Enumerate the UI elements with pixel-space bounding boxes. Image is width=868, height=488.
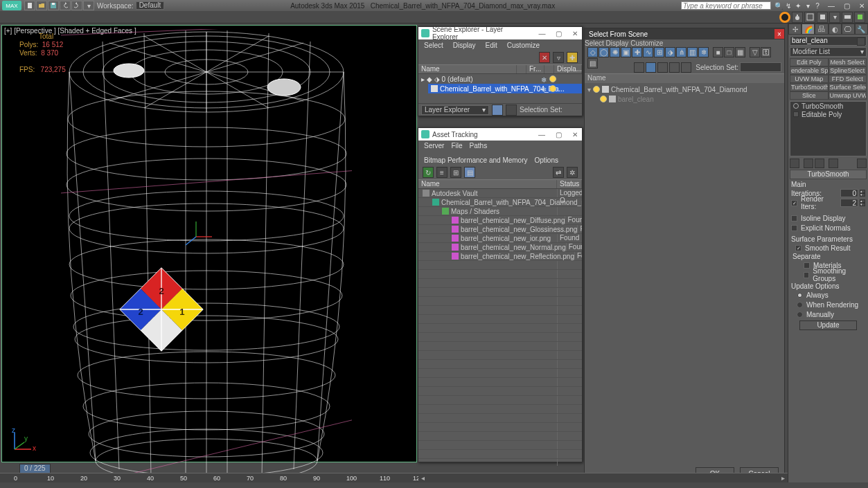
none-icon[interactable]: □: [724, 47, 734, 57]
update-button[interactable]: Update: [799, 320, 857, 330]
modifier-mesh-select[interactable]: Mesh Select: [829, 58, 867, 66]
iterations-input[interactable]: 0: [840, 189, 858, 197]
layer-row[interactable]: Chemical_Barrel_with_NFPA_704_Dia...: [428, 84, 582, 93]
asset-row[interactable]: [418, 414, 582, 423]
invert-icon[interactable]: ▦: [735, 47, 745, 57]
ring-icon[interactable]: [779, 12, 790, 23]
maximize-icon[interactable]: ▢: [551, 129, 565, 140]
sel-a-icon[interactable]: [634, 62, 644, 73]
asset-row[interactable]: [418, 369, 582, 378]
asset-row[interactable]: [418, 396, 582, 405]
workspace-dropdown[interactable]: Default: [136, 1, 165, 10]
asset-row[interactable]: [418, 360, 582, 369]
asset-row[interactable]: Chemical_Barrel_with_NFPA_704_Diamond_m.…: [418, 198, 582, 207]
filter-bone-icon[interactable]: ⋔: [676, 47, 687, 57]
filter-container-icon[interactable]: ▥: [687, 47, 698, 57]
help-icon[interactable]: ?: [813, 1, 822, 10]
sel-d-icon[interactable]: [669, 62, 680, 73]
filter-geom-icon[interactable]: ◇: [587, 47, 598, 57]
webpanel-icon[interactable]: [854, 12, 865, 23]
explicit-normals-checkbox[interactable]: [791, 225, 797, 231]
modifier-edit-poly[interactable]: Edit Poly: [790, 58, 829, 66]
new-file-icon[interactable]: [24, 1, 35, 10]
layer-explorer-menu[interactable]: Select Display Edit Customize: [418, 39, 582, 51]
project-folder-icon[interactable]: ▾: [83, 1, 94, 10]
redo-icon[interactable]: [71, 1, 82, 10]
render-setup-icon[interactable]: [817, 12, 828, 23]
asset-tracking-titlebar[interactable]: Asset Tracking — ▢ ✕: [418, 128, 582, 141]
toggle-a[interactable]: [492, 105, 503, 116]
asset-row[interactable]: [418, 387, 582, 396]
connect-icon[interactable]: ↯: [783, 1, 793, 10]
timeline-track[interactable]: 010203040506070809010011012: [0, 473, 418, 482]
remove-icon[interactable]: [829, 159, 838, 168]
asset-row[interactable]: [418, 450, 582, 459]
asset-row[interactable]: [418, 405, 582, 414]
modifier-slice[interactable]: Slice: [790, 91, 829, 100]
modifier-list-dropdown[interactable]: Modifier List▾: [790, 47, 867, 57]
asset-row[interactable]: [418, 297, 582, 306]
visibility-icon[interactable]: [549, 75, 556, 82]
materials-checkbox[interactable]: [804, 262, 810, 269]
frame-tag[interactable]: 0 / 225: [19, 464, 51, 473]
modifier-splineselect[interactable]: SplineSelect: [829, 66, 867, 75]
tree-row[interactable]: barel_clean: [600, 94, 781, 104]
spinner-icon[interactable]: ▴▾: [860, 190, 865, 197]
selection-set-dropdown[interactable]: [740, 62, 781, 72]
modifier-enderable-spl[interactable]: enderable Spl: [790, 66, 829, 75]
close-icon[interactable]: ✕: [568, 129, 582, 140]
filter-camera-icon[interactable]: ▣: [621, 47, 631, 57]
asset-row[interactable]: [418, 432, 582, 441]
display-tab-icon[interactable]: 🖵: [842, 24, 855, 35]
modifier-uvw-map[interactable]: UVW Map: [790, 75, 829, 83]
signin-icon[interactable]: ▾: [803, 1, 813, 10]
open-file-icon[interactable]: [36, 1, 47, 10]
unique-icon[interactable]: [815, 159, 824, 168]
asset-row[interactable]: [418, 351, 582, 360]
asset-row[interactable]: [418, 333, 582, 342]
filter-space-icon[interactable]: ∿: [643, 47, 653, 57]
filter-icon[interactable]: ▿: [553, 52, 564, 63]
asset-row[interactable]: barrel_chemical_new_Diffuse.pngFound: [418, 216, 582, 225]
modifier-ffd-select[interactable]: FFD Select: [829, 75, 867, 83]
asset-row[interactable]: [418, 324, 582, 333]
configure-icon[interactable]: [857, 159, 867, 168]
show-end-icon[interactable]: [804, 159, 813, 168]
tree-icon[interactable]: ⊞: [450, 167, 461, 178]
teapot-icon[interactable]: [792, 12, 803, 23]
minimize-button[interactable]: —: [825, 1, 838, 10]
refresh-icon[interactable]: ↻: [423, 167, 434, 178]
asset-row[interactable]: Autodesk VaultLogged O: [418, 189, 582, 198]
object-name-field[interactable]: barel_clean: [790, 36, 867, 46]
close-button[interactable]: ✕: [856, 1, 868, 10]
visibility-icon[interactable]: [549, 85, 556, 92]
modify-tab-icon[interactable]: 🌈: [801, 24, 815, 35]
maximize-icon[interactable]: ▢: [551, 28, 565, 39]
options-icon[interactable]: ⇄: [553, 167, 564, 178]
asset-row[interactable]: [418, 342, 582, 351]
render-frame-icon[interactable]: ▾: [829, 12, 840, 23]
spinner-icon[interactable]: ▴▾: [860, 199, 865, 206]
isoline-checkbox[interactable]: [791, 215, 797, 222]
highlight-icon[interactable]: ▤: [464, 167, 475, 178]
smgroups-checkbox[interactable]: [804, 272, 809, 278]
new-layer-icon[interactable]: ✚: [567, 52, 578, 63]
always-radio[interactable]: [797, 292, 803, 298]
asset-row[interactable]: [418, 288, 582, 297]
filter-group-icon[interactable]: ⊞: [654, 47, 664, 57]
asset-row[interactable]: barrel_chemical_new_Normal.pngFound: [418, 243, 582, 252]
hierarchy-tab-icon[interactable]: 品: [815, 24, 828, 35]
toggle-icon[interactable]: [793, 103, 799, 109]
close-icon[interactable]: ×: [774, 29, 784, 39]
asset-row[interactable]: [418, 261, 582, 270]
freeze-icon[interactable]: ❄: [541, 86, 547, 92]
visibility-icon[interactable]: [593, 86, 600, 93]
modifier-unwrap-uvw[interactable]: Unwrap UVW: [829, 91, 867, 100]
asset-row[interactable]: [418, 306, 582, 315]
explorer-mode-dropdown[interactable]: Layer Explorer▾: [421, 105, 489, 115]
pin-stack-icon[interactable]: [790, 159, 799, 168]
help-search-input[interactable]: [681, 1, 771, 10]
modifier-surface-select[interactable]: Surface Select: [829, 83, 867, 91]
delete-icon[interactable]: ✕: [539, 52, 550, 63]
render-iters-checkbox[interactable]: ✓: [791, 200, 797, 206]
